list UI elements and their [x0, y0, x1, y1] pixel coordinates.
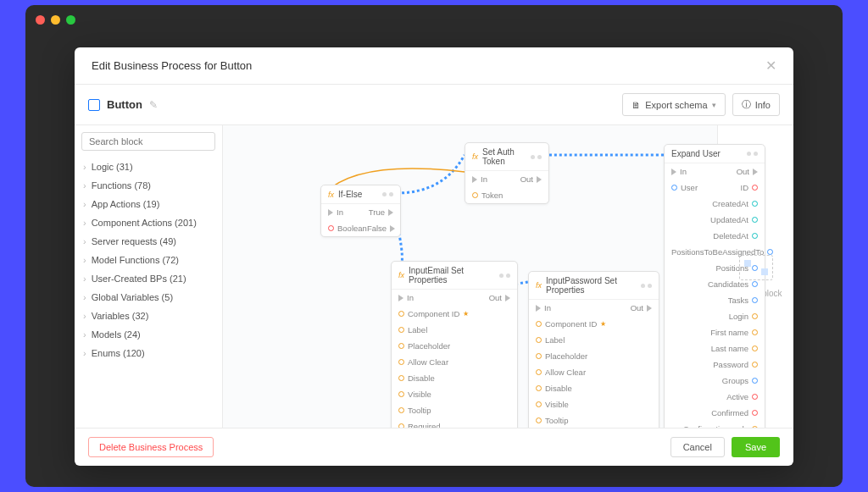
field-row: Active — [665, 389, 765, 405]
node-input-email[interactable]: fxInputEmail Set Properties InOut Compon… — [391, 261, 518, 428]
info-button[interactable]: ⓘ Info — [732, 93, 780, 116]
block-tree: Logic (31)Functions (78)App Actions (19)… — [75, 158, 222, 428]
prop-row: Component ID ★ — [529, 316, 659, 332]
sidebar-item[interactable]: Models (24) — [75, 325, 222, 344]
delete-button[interactable]: Delete Business Process — [88, 437, 214, 457]
blocks-sidebar: Logic (31)Functions (78)App Actions (19)… — [75, 125, 223, 428]
node-set-auth-token[interactable]: fxSet Auth Token InOut Token — [465, 142, 549, 204]
field-row: DeletedAt — [665, 228, 765, 244]
search-input[interactable] — [81, 132, 215, 151]
prop-row: Tooltip — [392, 402, 517, 418]
field-row: Tasks — [665, 292, 765, 308]
field-row: Groups — [665, 373, 765, 389]
info-icon: ⓘ — [742, 98, 751, 111]
sidebar-item[interactable]: Enums (120) — [75, 344, 222, 362]
canvas[interactable]: fxIf-Else InTrue BooleanFalse fxSet Auth… — [223, 125, 717, 428]
prop-row: Label — [392, 322, 517, 338]
sidebar-item[interactable]: Component Actions (201) — [75, 213, 222, 232]
save-button[interactable]: Save — [732, 437, 780, 457]
node-expand-user[interactable]: Expand User InOut UserID CreatedAtUpdate… — [664, 144, 765, 428]
modal-header: Edit Business Process for Button ✕ — [75, 47, 793, 85]
prop-row: Disable — [529, 380, 659, 396]
prop-row: Label — [529, 332, 659, 348]
sidebar-item[interactable]: Model Functions (72) — [75, 251, 222, 269]
prop-row: Allow Clear — [392, 354, 517, 370]
sidebar-item[interactable]: App Actions (19) — [75, 195, 222, 213]
field-row: Last name — [665, 340, 765, 357]
prop-row: Allow Clear — [529, 364, 659, 380]
toolbar: Button ✎ 🗎 Export schema ⓘ Info — [75, 85, 793, 125]
prop-row: Component ID ★ — [392, 306, 517, 322]
prop-row: Tooltip — [529, 412, 659, 428]
prop-row: Visible — [392, 386, 517, 402]
component-icon — [88, 99, 100, 111]
node-if-else[interactable]: fxIf-Else InTrue BooleanFalse — [320, 185, 401, 237]
window-traffic-lights[interactable] — [36, 15, 75, 25]
cancel-button[interactable]: Cancel — [670, 437, 725, 457]
prop-row: Required — [392, 418, 517, 428]
modal-title: Edit Business Process for Button — [92, 59, 252, 72]
bp-editor-modal: Edit Business Process for Button ✕ Butto… — [75, 47, 793, 466]
prop-row: Placeholder — [392, 338, 517, 354]
sidebar-item[interactable]: Logic (31) — [75, 158, 222, 176]
field-row: Login — [665, 308, 765, 324]
file-icon: 🗎 — [632, 100, 641, 110]
prop-row: Visible — [529, 396, 659, 412]
sidebar-item[interactable]: User-Created BPs (21) — [75, 269, 222, 288]
field-row: First name — [665, 324, 765, 340]
edit-icon[interactable]: ✎ — [149, 99, 158, 111]
component-name: Button — [107, 98, 142, 111]
sidebar-item[interactable]: Functions (78) — [75, 176, 222, 195]
field-row: UpdatedAt — [665, 212, 765, 228]
export-schema-button[interactable]: 🗎 Export schema — [622, 93, 725, 116]
field-row: Confirmed — [665, 405, 765, 421]
field-row: Password — [665, 357, 765, 373]
prop-row: Placeholder — [529, 348, 659, 364]
close-icon[interactable]: ✕ — [765, 58, 776, 74]
footer: Delete Business Process Cancel Save — [75, 428, 793, 466]
sidebar-item[interactable]: Variables (32) — [75, 307, 222, 325]
field-row: CreatedAt — [665, 196, 765, 212]
prop-row: Disable — [392, 370, 517, 386]
field-row: Confirmation code — [665, 421, 765, 428]
sidebar-item[interactable]: Global Variables (5) — [75, 288, 222, 307]
sidebar-item[interactable]: Server requests (49) — [75, 232, 222, 251]
node-input-password[interactable]: fxInputPassword Set Properties InOut Com… — [528, 271, 659, 428]
placeholder-icon — [739, 255, 773, 280]
